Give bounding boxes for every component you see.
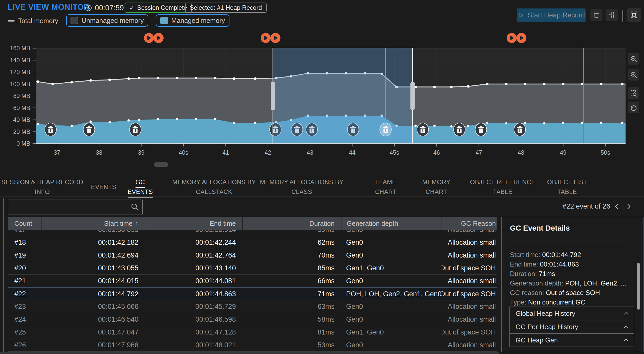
session-status-badge: ✓ Session Complete bbox=[125, 3, 192, 13]
delete-session-button[interactable] bbox=[590, 9, 602, 21]
cell-count: #26 bbox=[8, 339, 41, 351]
heap-record-marker[interactable] bbox=[516, 33, 526, 43]
heap-record-marker[interactable] bbox=[144, 33, 154, 43]
marquee-zoom-button[interactable] bbox=[628, 87, 639, 99]
cell-duration: 70ms bbox=[242, 249, 341, 262]
sliders-icon bbox=[608, 12, 615, 19]
cell-count: #23 bbox=[8, 300, 41, 313]
cell-start: 00:01:45.666 bbox=[41, 300, 145, 313]
lower-tabbar: SESSION & HEAP RECORD INFO EVENTS GC EVE… bbox=[0, 177, 644, 197]
tab-gc-events[interactable]: GC EVENTS bbox=[127, 177, 153, 197]
gc-event-row-26[interactable]: #2600:01:47.96800:01:48.02153msGen0Alloc… bbox=[8, 339, 497, 352]
column-header-end[interactable]: End time bbox=[145, 217, 242, 230]
selection-handle-left[interactable] bbox=[271, 82, 275, 110]
gc-event-marker[interactable] bbox=[454, 123, 465, 136]
gc-event-marker[interactable] bbox=[83, 123, 95, 136]
gc-event-row-23[interactable]: #2300:01:45.66600:01:45.72963msGen0Alloc… bbox=[8, 300, 497, 313]
unmanaged-checkbox[interactable] bbox=[71, 17, 78, 24]
fullscreen-button[interactable] bbox=[627, 8, 641, 22]
column-header-start[interactable]: Start time↑ bbox=[41, 217, 145, 230]
detail-label: Duration: bbox=[510, 270, 539, 278]
cell-gen: Gen0 bbox=[341, 313, 441, 326]
column-header-duration[interactable]: Duration bbox=[242, 217, 341, 230]
cell-start: 00:01:42.182 bbox=[41, 236, 145, 249]
managed-checkbox[interactable] bbox=[160, 17, 168, 24]
check-icon: ✓ bbox=[129, 4, 135, 12]
event-nav-label: #22 event of 26 bbox=[562, 202, 610, 210]
cell-duration: 81ms bbox=[242, 326, 341, 339]
memory-timeline-chart[interactable]: 160 MB140 MB120 MB100 MB80 MB60 MB40 MB2… bbox=[0, 31, 644, 172]
tab-session-heap-record-info[interactable]: SESSION & HEAP RECORD INFO bbox=[0, 177, 85, 197]
gc-events-table-header[interactable]: CountStart time↑End timeDurationGenerati… bbox=[8, 217, 497, 230]
cell-count: #19 bbox=[8, 249, 41, 262]
legend-toggle-managed[interactable]: Managed memory bbox=[156, 14, 229, 27]
search-input[interactable] bbox=[8, 200, 130, 214]
cell-duration: 62ms bbox=[242, 236, 341, 249]
column-header-reason[interactable]: GC Reason bbox=[441, 217, 497, 230]
section-gc-heap-gen[interactable]: GC Heap Gen bbox=[509, 333, 634, 347]
tab-object-reference-table[interactable]: OBJECT REFERENCE TABLE bbox=[466, 177, 540, 197]
gc-events-search[interactable] bbox=[8, 200, 143, 214]
svg-text:50s: 50s bbox=[601, 149, 610, 156]
legend-toggle-unmanaged[interactable]: Unmanaged memory bbox=[66, 14, 148, 27]
gc-event-marker[interactable] bbox=[45, 123, 56, 136]
cell-duration: 71ms bbox=[242, 288, 341, 300]
gc-event-row-18[interactable]: #1800:01:42.18200:01:42.24462msGen0Alloc… bbox=[8, 236, 497, 249]
cell-reason: Allocation small bbox=[441, 339, 497, 351]
chevron-right-icon bbox=[625, 203, 632, 210]
detail-value: Non concurrent GC bbox=[528, 298, 586, 306]
tab-memory-chart[interactable]: MEMORY CHART bbox=[418, 177, 454, 197]
chevron-up-icon bbox=[623, 337, 629, 343]
gc-event-marker[interactable] bbox=[475, 123, 487, 136]
heap-record-marker[interactable] bbox=[507, 33, 517, 43]
start-heap-record-button[interactable]: Start Heap Record bbox=[517, 8, 586, 22]
gc-events-table[interactable]: #1700:01:38.85300:01:38.91459msGen0Alloc… bbox=[8, 230, 497, 352]
table-vertical-scrollbar[interactable] bbox=[3, 198, 4, 352]
zoom-in-button[interactable] bbox=[628, 69, 639, 81]
tab-memory-allocations-by-class[interactable]: MEMORY ALLOCATIONS BY CLASS bbox=[253, 177, 350, 197]
gc-event-marker[interactable] bbox=[514, 123, 526, 136]
chevron-up-icon bbox=[623, 310, 629, 317]
chart-scrollbar-thumb[interactable] bbox=[154, 162, 168, 167]
zoom-out-button[interactable] bbox=[628, 53, 639, 65]
tab-object-list-table[interactable]: OBJECT LIST TABLE bbox=[543, 177, 591, 197]
svg-text:120 MB: 120 MB bbox=[10, 69, 30, 75]
detail-label: Type: bbox=[510, 298, 528, 306]
gc-event-marker[interactable] bbox=[417, 123, 428, 136]
gc-event-row-19[interactable]: #1900:01:42.69400:01:42.76470msGen0Alloc… bbox=[8, 249, 497, 262]
heap-record-marker[interactable] bbox=[154, 33, 164, 43]
previous-event-button[interactable] bbox=[613, 202, 621, 211]
memory-chart-svg[interactable]: 160 MB140 MB120 MB100 MB80 MB60 MB40 MB2… bbox=[0, 31, 644, 172]
gc-event-row-17[interactable]: #1700:01:38.85300:01:38.91459msGen0Alloc… bbox=[8, 230, 497, 236]
tab-events[interactable]: EVENTS bbox=[86, 177, 122, 197]
section-gc-per-heap-history[interactable]: GC Per Heap History bbox=[509, 320, 634, 334]
column-header-gen[interactable]: Generation depth bbox=[341, 217, 441, 230]
gc-event-row-22[interactable]: #2200:01:44.79200:01:44.86371msPOH, LOH,… bbox=[8, 288, 497, 300]
details-scrollbar[interactable] bbox=[637, 263, 640, 310]
next-event-button[interactable] bbox=[625, 202, 633, 211]
cell-gen: Gen0 bbox=[341, 230, 441, 236]
cell-end: 00:01:44.081 bbox=[145, 275, 242, 287]
tab-flame-chart[interactable]: FLAME CHART bbox=[369, 177, 402, 197]
gc-event-marker[interactable] bbox=[130, 123, 141, 136]
selection-region[interactable] bbox=[273, 48, 413, 144]
svg-text:100 MB: 100 MB bbox=[10, 81, 30, 87]
gc-event-row-24[interactable]: #2400:01:46.54000:01:46.59858msGen0Alloc… bbox=[8, 313, 497, 326]
gc-event-marker[interactable] bbox=[380, 123, 391, 136]
column-header-count[interactable]: Count bbox=[8, 217, 41, 230]
cell-start: 00:01:44.015 bbox=[41, 275, 145, 287]
settings-sliders-button[interactable] bbox=[606, 9, 618, 21]
reset-view-button[interactable] bbox=[628, 102, 639, 113]
selection-handle-right[interactable] bbox=[410, 82, 415, 110]
tab-memory-allocations-by-callstack[interactable]: MEMORY ALLOCATIONS BY CALLSTACK bbox=[165, 177, 263, 197]
gc-event-row-20[interactable]: #2000:01:43.05500:01:43.14085msGen1, Gen… bbox=[8, 262, 497, 275]
cell-reason: Allocation small bbox=[441, 230, 497, 236]
heap-record-marker[interactable] bbox=[261, 33, 271, 43]
gc-event-row-21[interactable]: #2100:01:44.01500:01:44.08166msGen0Alloc… bbox=[8, 275, 497, 288]
heap-record-marker[interactable] bbox=[270, 33, 280, 43]
gc-event-row-25[interactable]: #2500:01:47.04700:01:47.12881msGen1, Gen… bbox=[8, 326, 497, 339]
cell-count: #17 bbox=[8, 230, 41, 236]
section-global-heap-history[interactable]: Global Heap History bbox=[509, 307, 634, 320]
table-horizontal-scrollbar[interactable] bbox=[0, 352, 499, 354]
page-title: LIVE VIEW MONITOR bbox=[8, 3, 90, 12]
